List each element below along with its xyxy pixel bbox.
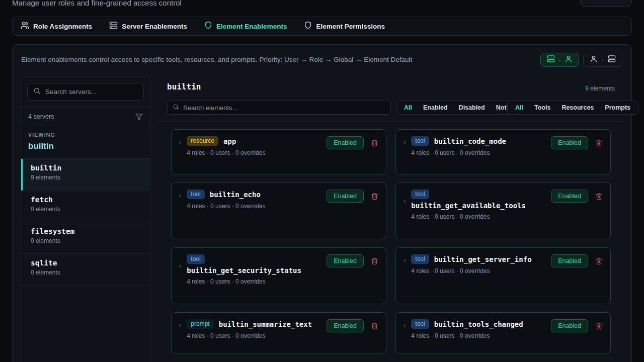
element-card-builtin-get-security-status: › tool builtin_get_security_status 4 rol… (171, 247, 386, 304)
element-meta: 4 roles · 0 users · 0 overrides (187, 149, 321, 156)
server-list-item-sqlite[interactable]: sqlite 0 elements (21, 254, 150, 286)
trash-icon[interactable] (371, 322, 378, 330)
element-card-builtin-echo: › tool builtin_echo 4 roles · 0 users · … (171, 183, 386, 239)
enabled-status-button[interactable]: Enabled (327, 136, 364, 149)
element-type-badge: tool (411, 254, 429, 264)
enabled-status-button[interactable]: Enabled (551, 254, 588, 267)
server-list-item-builtin[interactable]: builtin 9 elements (21, 159, 150, 191)
chevron-right-icon: › (559, 57, 561, 63)
trash-icon[interactable] (371, 139, 378, 147)
server-list-item-filesystem[interactable]: filesystem 0 elements (21, 222, 150, 254)
view-by-server-toggle[interactable]: › (540, 53, 580, 67)
type-filter-prompts[interactable]: Prompts (599, 102, 636, 113)
users-icon (21, 21, 29, 32)
trash-icon[interactable] (595, 257, 603, 265)
status-filter-all[interactable]: All (398, 102, 418, 113)
server-name: fetch (31, 196, 143, 204)
element-name: builtin_get_available_tools (411, 202, 526, 210)
element-name: builtin_echo (210, 191, 261, 199)
trash-icon[interactable] (371, 192, 378, 200)
element-cards-grid: › resource app 4 roles · 0 users · 0 ove… (171, 129, 611, 353)
chevron-right-icon[interactable]: › (404, 138, 406, 146)
element-type-badge: tool (411, 190, 429, 199)
trash-icon[interactable] (595, 139, 603, 147)
server-search-input[interactable] (45, 88, 138, 96)
server-element-count: 9 elements (31, 174, 143, 181)
element-type-badge: resource (187, 136, 218, 146)
element-search-input[interactable] (183, 104, 385, 112)
chevron-right-icon[interactable]: › (404, 197, 406, 205)
enabled-status-button[interactable]: Enabled (327, 190, 364, 203)
chevron-right-icon[interactable]: › (404, 256, 406, 264)
enabled-status-button[interactable]: Enabled (327, 319, 364, 332)
search-icon (173, 103, 179, 112)
search-icon (33, 87, 41, 97)
server-element-count: 0 elements (31, 206, 143, 213)
element-type-badge: tool (411, 136, 429, 146)
page: Manage user roles and fine-grained acces… (0, 0, 644, 362)
element-name: builtin_get_security_status (187, 266, 301, 275)
element-name: builtin_get_server_info (434, 255, 532, 263)
trash-icon[interactable] (371, 257, 378, 265)
chevron-right-icon[interactable]: › (179, 321, 181, 329)
element-type-badge: tool (187, 254, 204, 264)
chevron-right-icon[interactable]: › (404, 321, 406, 329)
tab-label: Role Assignments (33, 23, 92, 30)
server-list-item-fetch[interactable]: fetch 0 elements (21, 191, 150, 222)
status-filter-enabled[interactable]: Enabled (418, 102, 453, 113)
funnel-icon[interactable] (135, 113, 143, 121)
enabled-status-button[interactable]: Enabled (551, 190, 588, 203)
top-right-button[interactable] (580, 0, 632, 7)
user-icon (565, 55, 573, 65)
shield-icon (304, 21, 312, 31)
tab-server-enablements[interactable]: Server Enablements (109, 21, 187, 32)
trash-icon[interactable] (595, 322, 603, 330)
server-name: builtin (31, 164, 143, 172)
viewing-server-name: builtin (28, 141, 143, 151)
element-card-builtin-summarize-text: › prompt builtin_summarize_text 4 roles … (171, 312, 386, 353)
server-element-count: 0 elements (31, 269, 143, 276)
panel-info-text: Element enablements control access to sp… (21, 56, 412, 63)
element-name: builtin_tools_changed (434, 320, 523, 328)
enabled-status-button[interactable]: Enabled (551, 319, 588, 332)
element-name: builtin_code_mode (434, 137, 506, 145)
server-name: filesystem (31, 227, 143, 235)
element-type-badge: tool (187, 190, 204, 199)
tab-label: Element Enablements (216, 23, 287, 30)
tab-label: Server Enablements (122, 23, 187, 30)
main-tabbar: Role Assignments Server Enablements Elem… (12, 17, 632, 36)
chevron-right-icon: › (602, 57, 604, 63)
status-filter-disabled[interactable]: Disabled (453, 102, 491, 113)
element-type-badge: prompt (187, 319, 213, 329)
server-sidebar: 4 servers VIEWING builtin builtin 9 elem… (21, 76, 150, 362)
element-card-builtin-tools-changed: › tool builtin_tools_changed 4 roles · 0… (395, 312, 611, 353)
chevron-right-icon[interactable]: › (179, 262, 181, 269)
server-count-label: 4 servers (28, 113, 54, 120)
tab-element-permissions[interactable]: Element Permissions (304, 21, 385, 31)
tab-element-enablements[interactable]: Element Enablements (204, 21, 287, 31)
element-count-label: 9 elements (585, 85, 615, 92)
element-card-app: › resource app 4 roles · 0 users · 0 ove… (171, 129, 386, 174)
element-card-builtin-code-mode: › tool builtin_code_mode 4 roles · 0 use… (395, 129, 611, 174)
tab-role-assignments[interactable]: Role Assignments (21, 21, 92, 32)
chevron-right-icon[interactable]: › (179, 138, 181, 146)
element-card-builtin-get-server-info: › tool builtin_get_server_info 4 roles ·… (395, 247, 611, 304)
type-filter-all[interactable]: All (510, 102, 529, 113)
type-filter-resources[interactable]: Resources (556, 102, 599, 113)
trash-icon[interactable] (595, 192, 603, 200)
element-meta: 4 roles · 0 users · 0 overrides (411, 332, 545, 339)
server-icon (547, 55, 555, 65)
type-filter-tools[interactable]: Tools (529, 102, 556, 113)
server-name: sqlite (31, 259, 143, 267)
element-meta: 4 roles · 0 users · 0 overrides (411, 267, 545, 275)
enabled-status-button[interactable]: Enabled (327, 254, 364, 267)
view-by-user-toggle[interactable]: › (583, 53, 622, 67)
element-meta: 4 roles · 0 users · 0 overrides (411, 149, 545, 156)
status-filter-group: All Enabled Disabled Not Set (396, 101, 526, 115)
element-meta: 4 roles · 0 users · 0 overrides (187, 332, 321, 339)
enabled-status-button[interactable]: Enabled (551, 136, 588, 149)
element-meta: 4 roles · 0 users · 0 overrides (187, 203, 321, 210)
divider (158, 121, 623, 122)
element-meta: 4 roles · 0 users · 0 overrides (187, 278, 321, 285)
chevron-right-icon[interactable]: › (179, 192, 181, 199)
